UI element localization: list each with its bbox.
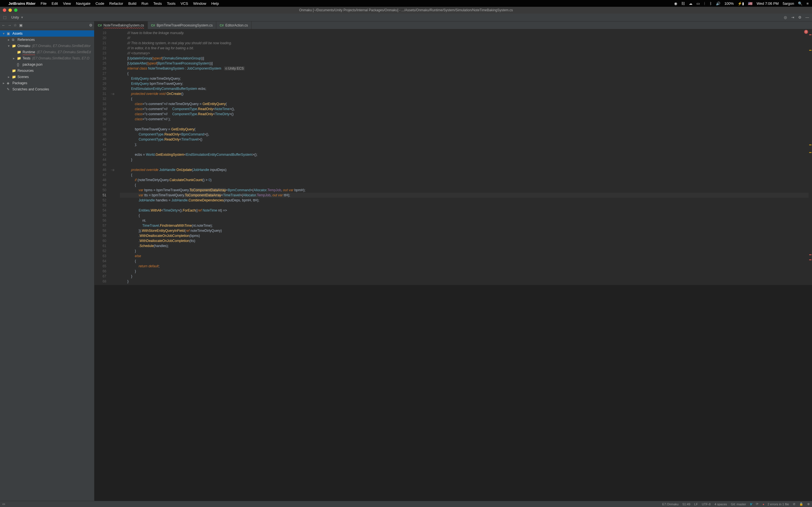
cc-icon[interactable]: ◉	[674, 1, 677, 6]
display-icon[interactable]: ▭	[696, 1, 700, 6]
flag-icon[interactable]: 🇺🇸	[748, 1, 753, 6]
target-icon[interactable]: ◎	[782, 14, 788, 20]
window-titlebar: Onmaku [~/Documents/Unity Projects/Inter…	[0, 7, 812, 13]
hide-icon[interactable]: —	[804, 14, 810, 20]
stripe-error[interactable]	[809, 34, 811, 35]
menu-tools[interactable]: Tools	[167, 1, 175, 6]
csharp-icon: C#	[151, 24, 155, 27]
user-name[interactable]: 5argon	[783, 1, 794, 6]
error-badge-icon[interactable]: !	[804, 30, 808, 34]
window-title: Onmaku [~/Documents/Unity Projects/Inter…	[299, 8, 513, 12]
layers-icon[interactable]: ▣	[19, 23, 22, 27]
scope-icon[interactable]: ⬚	[2, 14, 8, 20]
tab-bpmtimetravel[interactable]: C# BpmTimeTravelProcessingSystem.cs	[148, 21, 216, 29]
cloud-icon[interactable]: ☁	[689, 1, 693, 6]
menu-window[interactable]: Window	[193, 1, 206, 6]
stripe-warn[interactable]	[809, 145, 811, 145]
navigation-toolbar: ⬚ Unity ▾ ◎ ⇥ ⚙ —	[0, 13, 812, 21]
menu-code[interactable]: Code	[96, 1, 104, 6]
tree-node[interactable]: {}package.json	[0, 61, 94, 68]
star-icon[interactable]: ☆	[13, 23, 17, 27]
project-tree[interactable]: ▾▣Assets▸⧉References▾📁Onmaku(E7.Onmaku, …	[0, 29, 94, 285]
project-panel: ← → ☆ ▣ ⚙ ▾▣Assets▸⧉References▾📁Onmaku(E…	[0, 21, 94, 285]
list-icon[interactable]: ≡	[806, 1, 809, 6]
tree-node[interactable]: 📁Resources	[0, 68, 94, 74]
menu-run[interactable]: Run	[142, 1, 148, 6]
scope-dropdown[interactable]: Unity	[11, 15, 19, 19]
csharp-icon: C#	[220, 24, 223, 27]
macos-menubar: JetBrains Rider File Edit View Navigate …	[0, 0, 812, 7]
tree-node[interactable]: ▸⧉References	[0, 37, 94, 43]
stripe-error[interactable]	[809, 260, 811, 260]
volume-icon[interactable]: 🔊	[716, 1, 720, 6]
menu-edit[interactable]: Edit	[52, 1, 58, 6]
zoom-window-button[interactable]	[14, 8, 17, 12]
tab-label: EditorAction.cs	[225, 23, 248, 27]
menu-build[interactable]: Build	[128, 1, 137, 6]
menu-file[interactable]: File	[41, 1, 47, 6]
spotlight-icon[interactable]: 🔍	[798, 1, 802, 6]
menu-vcs[interactable]: VCS	[181, 1, 188, 6]
tree-node[interactable]: ▾▣Assets	[0, 31, 94, 37]
tree-node[interactable]: ▸◈Packages	[0, 80, 94, 86]
app-name[interactable]: JetBrains Rider	[8, 1, 36, 6]
menu-help[interactable]: Help	[211, 1, 219, 6]
menu-view[interactable]: View	[63, 1, 71, 6]
menu-tests[interactable]: Tests	[153, 1, 162, 6]
marker-gutter[interactable]: ↑⊕↑⊕	[109, 29, 116, 285]
tree-node[interactable]: 📁Runtime(E7.Onmaku, E7.Onmaku.SimfileEd	[0, 49, 94, 55]
battery-icon[interactable]: ⚡▮	[738, 1, 744, 6]
wifi-icon[interactable]: ⧙	[704, 1, 706, 6]
close-window-button[interactable]	[3, 8, 6, 12]
stripe-error[interactable]	[809, 255, 811, 255]
menu-refactor[interactable]: Refactor	[109, 1, 123, 6]
clock[interactable]: Wed 7:06 PM	[756, 1, 779, 6]
tab-notetimebaking[interactable]: C# NoteTimeBakingSystem.cs	[94, 21, 148, 29]
csharp-icon: C#	[98, 24, 102, 27]
code-area[interactable]: /// have to follow the linkage manually.…	[116, 29, 809, 285]
stripe-warn[interactable]	[809, 50, 811, 51]
tab-editoraction[interactable]: C# EditorAction.cs	[216, 21, 252, 29]
dropbox-icon[interactable]: ⛓	[681, 1, 685, 6]
traffic-lights	[3, 8, 17, 12]
forward-icon[interactable]: →	[8, 23, 11, 27]
back-icon[interactable]: ←	[2, 23, 5, 27]
tree-node[interactable]: ▸📁Tests(E7.Onmaku.SimfileEditor.Tests, E…	[0, 55, 94, 61]
menu-navigate[interactable]: Navigate	[76, 1, 90, 6]
battery-percent[interactable]: 100%	[724, 1, 733, 6]
tab-label: NoteTimeBakingSystem.cs	[103, 23, 144, 27]
editor-tabs: C# NoteTimeBakingSystem.cs C# BpmTimeTra…	[0, 21, 812, 29]
gear-icon[interactable]: ⚙	[797, 14, 803, 20]
tree-node[interactable]: ✎Scratches and Consoles	[0, 86, 94, 93]
bluetooth-icon[interactable]: ᛒ	[710, 1, 712, 6]
error-stripe[interactable]	[809, 29, 812, 285]
collapse-icon[interactable]: ⇥	[790, 14, 796, 20]
chevron-down-icon[interactable]: ▾	[21, 15, 23, 19]
stripe-warn[interactable]	[809, 152, 811, 153]
line-number-gutter[interactable]: 1920212223242526272829303132333435363738…	[94, 29, 109, 285]
tab-label: BpmTimeTravelProcessingSystem.cs	[157, 23, 213, 27]
minimize-window-button[interactable]	[8, 8, 12, 12]
tree-node[interactable]: ▸📁Scenes	[0, 74, 94, 80]
settings-icon[interactable]: ⚙	[89, 23, 93, 27]
editor-area: ! 19202122232425262728293031323334353637…	[94, 29, 812, 285]
project-toolbar: ← → ☆ ▣ ⚙	[0, 21, 94, 29]
tree-node[interactable]: ▾📁Onmaku(E7.Onmaku, E7.Onmaku.SimfileEdi…	[0, 43, 94, 49]
